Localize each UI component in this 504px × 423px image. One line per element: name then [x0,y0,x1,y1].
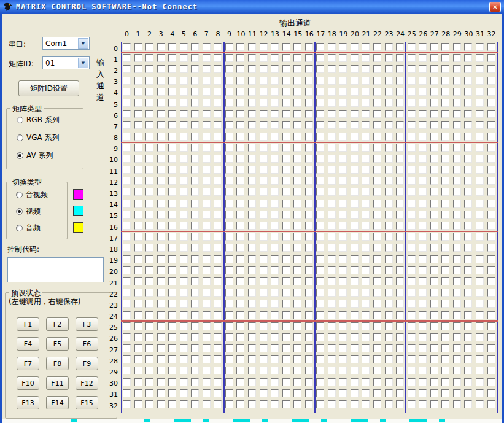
matrix-cell[interactable] [362,121,370,129]
matrix-cell[interactable] [419,88,427,96]
matrix-cell[interactable] [441,43,449,51]
matrix-cell[interactable] [157,166,165,174]
matrix-cell[interactable] [248,255,256,263]
matrix-cell[interactable] [441,155,449,163]
matrix-cell[interactable] [339,289,347,297]
matrix-cell[interactable] [157,378,165,386]
matrix-cell[interactable] [464,333,472,341]
matrix-cell[interactable] [441,65,449,73]
matrix-cell[interactable] [487,88,495,96]
matrix-cell[interactable] [191,266,199,274]
matrix-cell[interactable] [453,54,461,62]
matrix-cell[interactable] [487,65,495,73]
matrix-cell[interactable] [419,166,427,174]
matrix-cell[interactable] [236,367,244,374]
matrix-cell[interactable] [157,110,165,118]
matrix-cell[interactable] [293,99,301,107]
matrix-cell[interactable] [419,133,427,141]
matrix-cell[interactable] [282,177,290,185]
matrix-cell[interactable] [339,155,347,163]
matrix-cell[interactable] [385,300,393,308]
matrix-cell[interactable] [441,188,449,196]
preset-button-f7[interactable]: F7 [17,357,39,370]
matrix-cell[interactable] [168,400,176,408]
matrix-cell[interactable] [260,400,268,408]
matrix-cell[interactable] [408,155,416,163]
matrix-cell[interactable] [248,54,256,62]
matrix-cell[interactable] [453,244,461,252]
matrix-cell[interactable] [305,222,313,230]
matrix-cell[interactable] [271,333,279,341]
matrix-cell[interactable] [305,144,313,152]
matrix-cell[interactable] [282,389,290,397]
matrix-cell[interactable] [464,300,472,308]
matrix-cell[interactable] [373,43,381,51]
preset-button-f9[interactable]: F9 [76,357,98,370]
matrix-cell[interactable] [293,133,301,141]
matrix-cell[interactable] [123,266,131,274]
matrix-cell[interactable] [225,177,233,185]
matrix-cell[interactable] [282,289,290,297]
control-code-input[interactable] [7,257,104,282]
matrix-cell[interactable] [476,133,484,141]
matrix-cell[interactable] [203,65,211,73]
preset-button-f8[interactable]: F8 [46,357,69,370]
matrix-cell[interactable] [385,355,393,363]
matrix-cell[interactable] [236,355,244,363]
matrix-cell[interactable] [168,99,176,107]
matrix-cell[interactable] [351,322,359,330]
matrix-cell[interactable] [316,400,324,408]
matrix-cell[interactable] [236,177,244,185]
matrix-cell[interactable] [385,367,393,374]
matrix-cell[interactable] [145,333,153,341]
matrix-cell[interactable] [305,155,313,163]
matrix-cell[interactable] [168,367,176,374]
matrix-cell[interactable] [191,177,199,185]
matrix-cell[interactable] [134,400,142,408]
matrix-cell[interactable] [316,88,324,96]
matrix-cell[interactable] [464,121,472,129]
matrix-cell[interactable] [441,99,449,107]
matrix-cell[interactable] [464,277,472,285]
matrix-cell[interactable] [134,300,142,308]
matrix-cell[interactable] [351,255,359,263]
matrix-cell[interactable] [362,300,370,308]
matrix-cell[interactable] [123,311,131,319]
matrix-cell[interactable] [271,77,279,85]
matrix-cell[interactable] [453,289,461,297]
matrix-cell[interactable] [157,400,165,408]
matrix-cell[interactable] [305,188,313,196]
matrix-cell[interactable] [385,322,393,330]
matrix-cell[interactable] [168,355,176,363]
matrix-cell[interactable] [271,322,279,330]
matrix-cell[interactable] [191,54,199,62]
matrix-cell[interactable] [293,77,301,85]
matrix-cell[interactable] [248,65,256,73]
matrix-cell[interactable] [123,99,131,107]
matrix-cell[interactable] [316,65,324,73]
matrix-cell[interactable] [351,311,359,319]
matrix-cell[interactable] [464,88,472,96]
matrix-cell[interactable] [293,43,301,51]
matrix-cell[interactable] [260,222,268,230]
matrix-cell[interactable] [419,222,427,230]
matrix-cell[interactable] [271,144,279,152]
matrix-cell[interactable] [385,277,393,285]
matrix-cell[interactable] [408,289,416,297]
matrix-cell[interactable] [214,300,222,308]
matrix-cell[interactable] [282,166,290,174]
matrix-cell[interactable] [441,389,449,397]
matrix-cell[interactable] [293,177,301,185]
matrix-cell[interactable] [203,378,211,386]
matrix-cell[interactable] [373,400,381,408]
matrix-cell[interactable] [214,355,222,363]
matrix-cell[interactable] [225,400,233,408]
matrix-cell[interactable] [203,77,211,85]
matrix-cell[interactable] [362,266,370,274]
matrix-cell[interactable] [282,200,290,208]
matrix-cell[interactable] [385,200,393,208]
matrix-cell[interactable] [476,43,484,51]
matrix-cell[interactable] [305,77,313,85]
matrix-cell[interactable] [396,133,404,141]
matrix-cell[interactable] [430,311,438,319]
